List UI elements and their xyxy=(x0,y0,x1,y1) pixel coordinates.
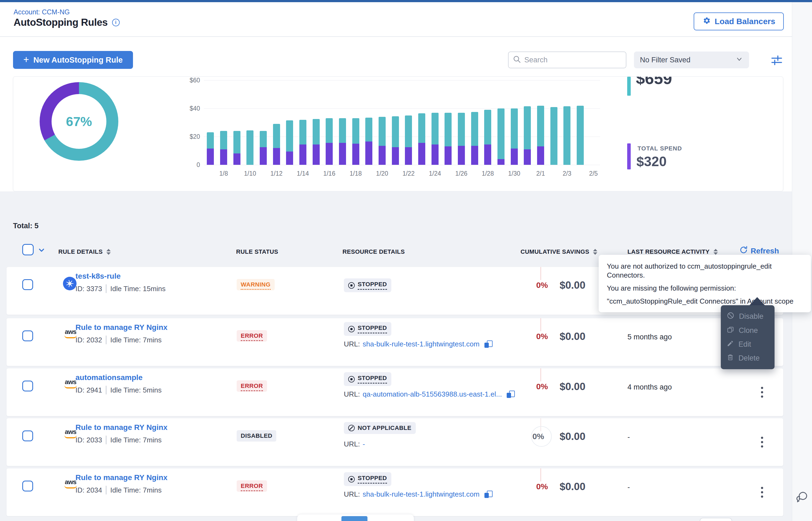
sort-icon[interactable] xyxy=(713,249,718,255)
bar-segment-savings xyxy=(379,117,386,146)
filter-sliders-icon[interactable] xyxy=(770,54,783,67)
row-actions-kebab[interactable] xyxy=(753,469,771,516)
bar-segment-savings xyxy=(497,108,505,159)
rule-name-link[interactable]: test-k8s-rule xyxy=(76,272,121,280)
row-checkbox[interactable] xyxy=(22,481,33,492)
context-menu-item-delete[interactable]: Delete xyxy=(721,354,774,363)
bar-segment-savings xyxy=(431,113,439,144)
bar-segment-savings xyxy=(260,131,267,147)
bar-segment-spend xyxy=(524,149,531,165)
chat-support-icon[interactable] xyxy=(794,490,809,505)
copy-icon[interactable] xyxy=(485,340,492,348)
row-actions-kebab[interactable] xyxy=(753,368,771,416)
bar-segment-spend xyxy=(418,143,425,165)
x-axis-tick: 1/26 xyxy=(455,170,468,177)
donut-percentage-label: 67% xyxy=(40,82,118,161)
url-label: URL: xyxy=(344,440,360,448)
resource-url-link[interactable]: sha-bulk-rule-test-1.lightwingtest.com xyxy=(363,490,479,498)
rule-status-badge[interactable]: WARNING xyxy=(237,279,275,290)
autostopping-rules-page: Account: CCM-NG AutoStopping Rules i Loa… xyxy=(0,0,812,521)
account-breadcrumb[interactable]: Account: CCM-NG xyxy=(14,8,70,16)
rule-status-badge[interactable]: ERROR xyxy=(237,480,267,492)
table-row: aws Rule to manage RY Nginx ID: 2032Idle… xyxy=(6,318,783,366)
bar-segment-spend xyxy=(392,147,399,165)
resource-state-icon xyxy=(348,376,355,383)
sort-icon[interactable] xyxy=(106,249,111,255)
last-resource-activity: 5 months ago xyxy=(627,333,672,341)
bar-segment-savings xyxy=(313,119,320,144)
sort-icon[interactable] xyxy=(593,249,597,255)
chevron-down-icon xyxy=(735,55,743,65)
load-balancers-button[interactable]: Load Balancers xyxy=(694,13,784,30)
cumulative-savings-amount: $0.00 xyxy=(560,431,585,443)
bar-segment-savings xyxy=(207,132,214,149)
bar-segment-spend xyxy=(326,143,333,165)
load-balancers-label: Load Balancers xyxy=(714,17,775,26)
bar-segment-spend xyxy=(405,147,412,165)
last-resource-activity: - xyxy=(627,433,630,441)
bar-segment-spend xyxy=(207,149,214,165)
resource-state-icon xyxy=(348,425,355,431)
rule-name-link[interactable]: Rule to manage RY Nginx xyxy=(76,323,168,332)
column-header-last-resource-activity[interactable]: LAST RESOURCE ACTIVITY xyxy=(627,248,718,255)
page-size-button[interactable] xyxy=(700,518,732,521)
row-checkbox[interactable] xyxy=(22,279,33,290)
tooltip-line: You are not authorized to ccm_autostoppi… xyxy=(607,262,803,280)
resource-state-badge[interactable]: NOT APPLICABLE xyxy=(344,422,416,434)
bar-segment-spend xyxy=(511,149,518,165)
table-row: aws Rule to manage RY Nginx ID: 2033Idle… xyxy=(6,418,783,466)
rule-name-link[interactable]: Rule to manage RY Nginx xyxy=(76,473,168,482)
rule-status-badge[interactable]: ERROR xyxy=(237,330,267,342)
bar-segment-savings xyxy=(550,107,557,165)
context-menu-item-edit[interactable]: Edit xyxy=(721,340,774,349)
column-header-cumulative-savings[interactable]: CUMULATIVE SAVINGS xyxy=(520,248,597,255)
bar-segment-spend xyxy=(352,144,359,165)
gear-icon xyxy=(702,16,711,27)
refresh-label: Refresh xyxy=(751,247,779,255)
resource-url-link[interactable]: qa-automation-alb-515563988.us-east-1.el… xyxy=(363,390,502,399)
rule-status-badge[interactable]: DISABLED xyxy=(237,430,276,441)
info-icon[interactable]: i xyxy=(112,19,120,26)
rule-id-and-idle-time: ID: 2034Idle Time: 7mins xyxy=(76,486,162,494)
resource-url-link[interactable]: sha-bulk-rule-test-1.lightwingtest.com xyxy=(363,340,479,348)
bar-segment-savings xyxy=(365,118,372,141)
saved-filter-select[interactable]: No Filter Saved xyxy=(634,51,749,68)
saved-filter-value: No Filter Saved xyxy=(640,56,690,64)
resource-state-badge[interactable]: STOPPED xyxy=(344,372,391,386)
search-input[interactable] xyxy=(524,56,621,64)
bar-segment-savings xyxy=(220,131,227,149)
select-all-checkbox[interactable] xyxy=(22,244,34,255)
bar-segment-savings xyxy=(524,106,531,149)
row-checkbox[interactable] xyxy=(22,381,33,391)
bar-segment-savings xyxy=(247,130,254,165)
row-checkbox[interactable] xyxy=(22,331,33,341)
x-axis-tick: 1/30 xyxy=(508,170,520,177)
rule-name-link[interactable]: Rule to manage RY Nginx xyxy=(76,423,168,432)
select-menu-chevron-icon[interactable] xyxy=(38,246,46,255)
copy-icon[interactable] xyxy=(485,491,492,498)
savings-indicator-line xyxy=(540,368,541,381)
resource-state-badge[interactable]: STOPPED xyxy=(344,472,391,486)
pagination-current-page[interactable] xyxy=(341,516,367,521)
last-resource-activity: - xyxy=(627,483,630,492)
new-rule-label: New AutoStopping Rule xyxy=(34,55,123,65)
row-checkbox[interactable] xyxy=(22,430,33,441)
savings-indicator-line xyxy=(540,469,541,481)
row-actions-kebab[interactable] xyxy=(753,418,771,466)
resource-state-badge[interactable]: STOPPED xyxy=(344,278,391,292)
resource-url-link[interactable]: - xyxy=(363,440,365,448)
column-header-rule-details[interactable]: RULE DETAILS xyxy=(58,248,111,255)
rule-name-link[interactable]: automationsample xyxy=(76,373,143,382)
cumulative-savings-percent: 0% xyxy=(507,318,548,366)
bar-segment-spend xyxy=(299,144,306,165)
cumulative-savings-percent: 0% xyxy=(507,418,548,466)
resource-state-badge[interactable]: STOPPED xyxy=(344,322,391,336)
search-icon xyxy=(513,55,521,65)
rule-status-badge[interactable]: ERROR xyxy=(237,380,267,392)
x-axis-tick: 1/14 xyxy=(297,170,309,177)
context-menu-item-disable[interactable]: Disable xyxy=(721,312,774,321)
x-axis-tick: 2/5 xyxy=(589,170,598,177)
new-autostopping-rule-button[interactable]: + New AutoStopping Rule xyxy=(13,51,133,69)
bar-segment-savings xyxy=(484,110,491,144)
context-menu-item-clone[interactable]: Clone xyxy=(721,326,774,335)
